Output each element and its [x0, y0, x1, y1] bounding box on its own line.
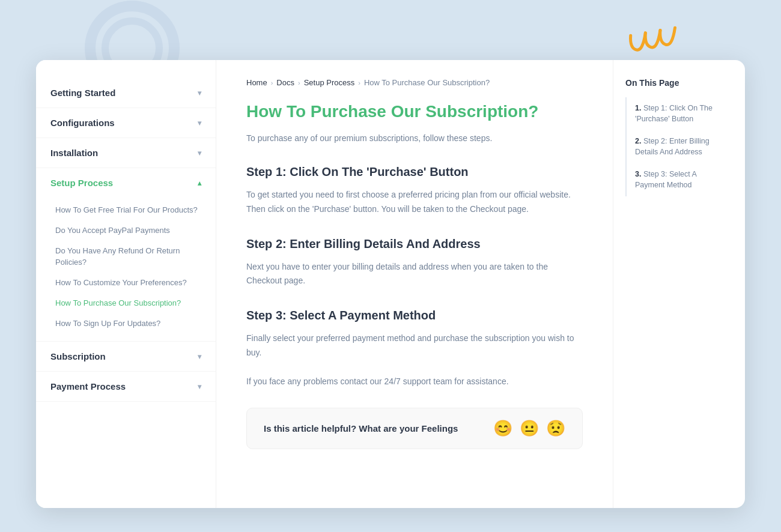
sidebar-item-getting-started[interactable]: Getting Started ▾: [36, 78, 216, 107]
breadcrumb-home[interactable]: Home: [246, 78, 267, 87]
chevron-down-icon: ▾: [198, 119, 201, 127]
step-2-title: Step 2: Enter Billing Details And Addres…: [246, 236, 583, 252]
sidebar-section-getting-started: Getting Started ▾: [36, 78, 216, 108]
page-intro: To purchase any of our premium subscript…: [246, 131, 583, 145]
feedback-happy-emoji[interactable]: 😊: [493, 419, 512, 438]
on-this-page-items: 1. Step 1: Click On The 'Purchase' Butto…: [625, 97, 733, 196]
sidebar-item-setup-process[interactable]: Setup Process ▴: [36, 168, 216, 198]
breadcrumb-setup-process[interactable]: Setup Process: [304, 78, 355, 87]
sidebar-item-configurations[interactable]: Configurations ▾: [36, 108, 216, 138]
feedback-bar: Is this article helpful? What are your F…: [246, 408, 583, 449]
on-this-page-item-3[interactable]: 3. Step 3: Select A Payment Method: [625, 163, 733, 196]
on-this-page-title: On This Page: [625, 78, 733, 88]
feedback-emojis: 😊 😐 😟: [493, 419, 565, 438]
breadcrumb-sep-2: ›: [298, 79, 300, 86]
step-3-body: Finally select your preferred payment me…: [246, 331, 583, 388]
feedback-question: Is this article helpful? What are your F…: [264, 423, 458, 434]
step-1-title: Step 1: Click On The 'Purchase' Button: [246, 164, 583, 180]
breadcrumb-current: How To Purchase Our Subscription?: [364, 78, 490, 87]
sidebar-subitems-setup-process: How To Get Free Trial For Our Products? …: [36, 198, 216, 341]
on-this-page-item-1[interactable]: 1. Step 1: Click On The 'Purchase' Butto…: [625, 97, 733, 130]
chevron-down-icon: ▾: [198, 89, 201, 97]
sidebar-subitem-free-trial[interactable]: How To Get Free Trial For Our Products?: [36, 200, 216, 220]
feedback-neutral-emoji[interactable]: 😐: [520, 419, 539, 438]
sidebar-item-installation[interactable]: Installation ▾: [36, 138, 216, 168]
sidebar-section-configurations: Configurations ▾: [36, 108, 216, 138]
chevron-down-icon: ▾: [198, 352, 201, 361]
chevron-up-icon: ▴: [198, 179, 201, 187]
feedback-sad-emoji[interactable]: 😟: [546, 419, 565, 438]
sidebar-subitem-purchase-subscription[interactable]: How To Purchase Our Subscription?: [36, 293, 216, 313]
sidebar-subitem-preferences[interactable]: How To Customize Your Preferences?: [36, 273, 216, 293]
main-card: Getting Started ▾ Configurations ▾ Insta…: [36, 60, 745, 508]
main-content: Home › Docs › Setup Process › How To Pur…: [216, 60, 613, 508]
chevron-down-icon: ▾: [198, 149, 201, 157]
breadcrumb-sep-3: ›: [358, 79, 360, 86]
breadcrumb-sep-1: ›: [271, 79, 273, 86]
sidebar-item-subscription[interactable]: Subscription ▾: [36, 342, 216, 371]
sidebar-section-setup-process: Setup Process ▴ How To Get Free Trial Fo…: [36, 168, 216, 342]
on-this-page-item-2[interactable]: 2. Step 2: Enter Billing Details And Add…: [625, 130, 733, 163]
sidebar-subitem-refund[interactable]: Do You Have Any Refund Or Return Policie…: [36, 241, 216, 272]
step-2-body: Next you have to enter your billing deta…: [246, 260, 583, 289]
breadcrumb: Home › Docs › Setup Process › How To Pur…: [246, 78, 583, 87]
chevron-down-icon: ▾: [198, 382, 201, 391]
page-title: How To Purchase Our Subscription?: [246, 101, 583, 122]
sidebar: Getting Started ▾ Configurations ▾ Insta…: [36, 60, 216, 508]
sidebar-item-payment-process[interactable]: Payment Process ▾: [36, 372, 216, 401]
right-sidebar: On This Page 1. Step 1: Click On The 'Pu…: [613, 60, 745, 508]
breadcrumb-docs[interactable]: Docs: [276, 78, 294, 87]
sidebar-subitem-sign-up-updates[interactable]: How To Sign Up For Updates?: [36, 313, 216, 334]
sidebar-section-installation: Installation ▾: [36, 138, 216, 168]
sidebar-subitem-paypal[interactable]: Do You Accept PayPal Payments: [36, 220, 216, 241]
step-1-body: To get started you need to first choose …: [246, 188, 583, 217]
sidebar-section-subscription: Subscription ▾: [36, 342, 216, 372]
step-3-title: Step 3: Select A Payment Method: [246, 307, 583, 323]
sidebar-section-payment-process: Payment Process ▾: [36, 372, 216, 402]
